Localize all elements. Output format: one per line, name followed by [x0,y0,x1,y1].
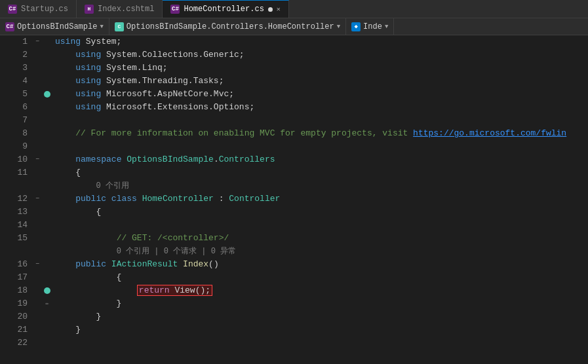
code-content[interactable]: using System; using System.Collections.G… [52,35,588,364]
bp-6 [42,101,52,114]
code-line-19: } [55,297,588,310]
line-num-2: 2 [0,48,28,62]
tab-bar: C# Startup.cs H Index.cshtml C# HomeCont… [0,0,588,18]
bp-19: ✏ [42,297,52,310]
code-line-21: } [55,323,588,337]
code-line-18: return View(); [55,284,588,297]
homecontroller-cs-icon: C# [170,5,180,14]
collapse-12[interactable]: − [33,192,42,206]
bp-9 [42,140,52,153]
line-num-5: 5 [0,88,28,101]
collapse-14 [33,219,42,232]
collapse-13 [33,206,42,219]
dropdown-bar: C# OptionsBIndSample ▼ C OptionsBIndSamp… [0,18,588,35]
tab-startup[interactable]: C# Startup.cs [0,0,77,18]
namespace-dropdown[interactable]: C OptionsBIndSample.Controllers.HomeCont… [109,18,346,35]
tab-homecontroller[interactable]: C# HomeController.cs ✕ [163,0,288,18]
bp-7 [42,114,52,127]
code-line-5: using Microsoft.AspNetCore.Mvc; [55,88,588,101]
line-num-11b [0,179,28,192]
project-arrow-icon: ▼ [100,24,103,30]
line-num-15b [0,245,28,258]
bp-17 [42,271,52,284]
line-num-1: 1 [0,35,28,48]
bp-15 [42,232,52,245]
tab-index-label: Index.cshtml [98,5,154,14]
bp-18 [42,284,52,297]
code-line-15: // GET: /<controller>/ [55,232,588,245]
project-cs-icon: C# [5,22,14,31]
line-num-13: 13 [0,206,28,219]
tab-homecontroller-label: HomeController.cs [184,5,264,14]
bp-15b [42,245,52,258]
code-line-2: using System.Collections.Generic; [55,48,588,62]
line-num-12: 12 [0,192,28,206]
close-icon[interactable]: ✕ [277,5,281,13]
namespace-label: OptionsBIndSample.Controllers.HomeContro… [127,22,334,31]
bp-10 [42,153,52,166]
collapse-11 [33,166,42,179]
code-line-16: public IActionResult Index() [55,258,588,271]
collapse-8 [33,127,42,140]
line-num-22: 22 [0,337,28,350]
collapse-10[interactable]: − [33,153,42,166]
line-num-14: 14 [0,219,28,232]
project-dropdown[interactable]: C# OptionsBIndSample ▼ [0,18,109,35]
controller-icon: C [115,22,124,31]
collapse-column: − − − − [33,35,42,364]
code-line-11-codelens: 0 个引用 [55,179,588,192]
member-arrow-icon: ▼ [385,24,388,30]
bp-4 [42,75,52,88]
bp-14 [42,219,52,232]
line-num-6: 6 [0,101,28,114]
collapse-5 [33,88,42,101]
namespace-arrow-icon: ▼ [337,24,340,30]
member-icon: ◆ [351,22,361,31]
line-num-19: 19 [0,297,28,310]
bp-8 [42,127,52,140]
collapse-20 [33,310,42,323]
index-cshtml-icon: H [85,5,94,14]
collapse-1[interactable]: − [33,35,42,48]
line-num-10: 10 [0,153,28,166]
collapse-17 [33,271,42,284]
code-line-12: public class HomeController : Controller [55,192,588,206]
bp-3 [42,62,52,75]
bp-21 [42,323,52,337]
line-num-3: 3 [0,62,28,75]
bp-5 [42,88,52,101]
line-num-17: 17 [0,271,28,284]
collapse-21 [33,323,42,337]
tab-index[interactable]: H Index.cshtml [77,0,163,18]
code-line-13: { [55,206,588,219]
collapse-6 [33,101,42,114]
bp-11 [42,166,52,179]
collapse-2 [33,48,42,62]
bp-2 [42,48,52,62]
modified-dot-icon [268,7,273,12]
collapse-4 [33,75,42,88]
collapse-16[interactable]: − [33,258,42,271]
line-numbers: 1 2 3 4 5 6 7 8 9 10 11 12 13 14 15 16 1… [0,35,33,364]
collapse-18 [33,284,42,297]
tab-startup-label: Startup.cs [21,5,68,14]
member-dropdown[interactable]: ◆ Inde ▼ [346,18,394,35]
line-num-11: 11 [0,166,28,179]
code-line-4: using System.Threading.Tasks; [55,75,588,88]
collapse-15b [33,245,42,258]
code-line-11: { [55,166,588,179]
bp-20 [42,310,52,323]
code-line-1: using System; [55,35,588,48]
line-num-4: 4 [0,75,28,88]
line-num-7: 7 [0,114,28,127]
collapse-9 [33,140,42,153]
line-num-15: 15 [0,232,28,245]
breakpoint-column: ✏ [42,35,52,364]
line-num-8: 8 [0,127,28,140]
startup-cs-icon: C# [8,5,17,14]
bp-13 [42,206,52,219]
collapse-15 [33,232,42,245]
code-line-22 [55,337,588,350]
member-label: Inde [363,22,382,31]
project-label: OptionsBIndSample [17,22,97,31]
